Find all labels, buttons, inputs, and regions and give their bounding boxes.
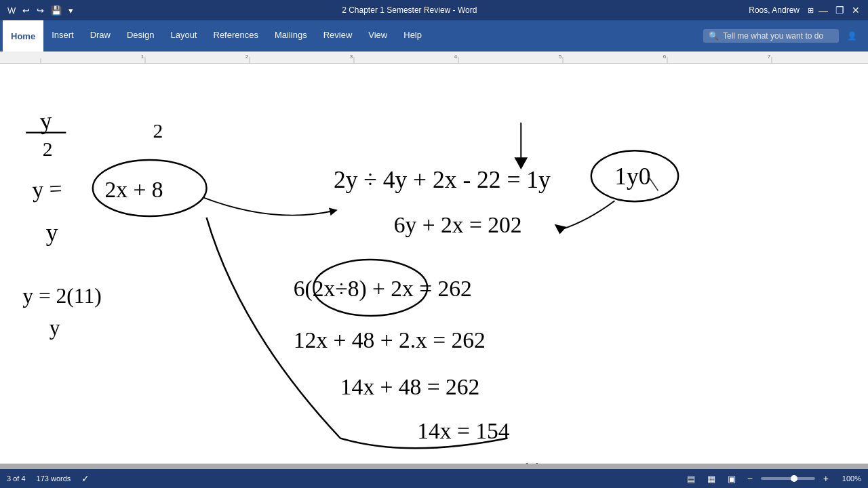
search-icon: 🔍 bbox=[709, 31, 719, 41]
svg-text:14x + 48 = 262: 14x + 48 = 262 bbox=[340, 374, 479, 399]
svg-text:y =: y = bbox=[31, 176, 62, 202]
svg-text:2: 2 bbox=[153, 120, 163, 142]
search-text: Tell me what you want to do bbox=[723, 31, 823, 41]
svg-text:1: 1 bbox=[141, 54, 144, 60]
restore-button[interactable]: ❐ bbox=[833, 3, 846, 17]
tab-view[interactable]: View bbox=[360, 20, 395, 52]
svg-text:5: 5 bbox=[559, 54, 562, 60]
tab-mailings[interactable]: Mailings bbox=[267, 20, 315, 52]
svg-text:6y + 2x = 202: 6y + 2x = 202 bbox=[394, 212, 522, 237]
user-icon: 👤 bbox=[847, 31, 857, 41]
svg-text:12x + 48 + 2.x = 262: 12x + 48 + 2.x = 262 bbox=[294, 327, 486, 352]
svg-text:2x + 8: 2x + 8 bbox=[105, 177, 163, 202]
statusbar: 3 of 4 173 words ✓ ▤ ▦ ▣ − + 100% bbox=[0, 469, 868, 488]
document-page[interactable]: y 2 2 y = 2x + 8 y y = 2(11) y 2y bbox=[0, 64, 868, 464]
titlebar-left: W ↩ ↪ 💾 ▾ bbox=[5, 4, 75, 17]
tab-design[interactable]: Design bbox=[119, 20, 162, 52]
tab-references[interactable]: References bbox=[205, 20, 267, 52]
svg-text:2: 2 bbox=[43, 138, 53, 160]
layout-icon: ⊞ bbox=[808, 6, 814, 15]
svg-rect-0 bbox=[0, 52, 868, 64]
ribbon: Home Insert Draw Design Layout Reference… bbox=[0, 20, 868, 52]
redo-icon[interactable]: ↪ bbox=[35, 4, 46, 17]
svg-text:2y ÷ 4y + 2x - 22 = 1y: 2y ÷ 4y + 2x - 22 = 1y bbox=[334, 166, 551, 193]
word-icon: W bbox=[5, 4, 18, 17]
user-name: Roos, Andrew bbox=[743, 3, 805, 17]
zoom-thumb bbox=[791, 475, 797, 482]
zoom-slider[interactable] bbox=[761, 477, 815, 480]
document-title: 2 Chapter 1 Semester Review - Word bbox=[75, 5, 743, 15]
web-layout-button[interactable]: ▣ bbox=[724, 471, 739, 486]
document-area: y 2 2 y = 2x + 8 y y = 2(11) y 2y bbox=[0, 64, 868, 469]
page-count: 3 of 4 bbox=[7, 474, 26, 483]
statusbar-right: ▤ ▦ ▣ − + 100% bbox=[684, 471, 861, 486]
svg-text:3: 3 bbox=[350, 54, 353, 60]
zoom-plus-button[interactable]: + bbox=[821, 473, 831, 484]
zoom-percent: 100% bbox=[837, 474, 861, 483]
minimize-button[interactable]: — bbox=[816, 3, 830, 17]
ruler: 1 2 3 4 5 6 7 bbox=[0, 52, 868, 64]
svg-text:y = 2(11): y = 2(11) bbox=[22, 284, 102, 308]
titlebar-controls: Roos, Andrew ⊞ — ❐ ✕ bbox=[743, 3, 863, 17]
svg-text:6(2x÷8) + 2x = 262: 6(2x÷8) + 2x = 262 bbox=[294, 276, 472, 302]
svg-text:4: 4 bbox=[454, 54, 458, 60]
titlebar: W ↩ ↪ 💾 ▾ 2 Chapter 1 Semester Review - … bbox=[0, 0, 868, 20]
user-account[interactable]: 👤 bbox=[839, 31, 865, 41]
svg-text:14x = 154: 14x = 154 bbox=[417, 418, 510, 443]
svg-text:y: y bbox=[46, 219, 58, 246]
undo-icon[interactable]: ↩ bbox=[20, 4, 32, 17]
tab-insert[interactable]: Insert bbox=[43, 20, 82, 52]
svg-text:2: 2 bbox=[245, 54, 249, 60]
svg-rect-16 bbox=[6, 64, 863, 464]
read-mode-button[interactable]: ▤ bbox=[684, 471, 698, 486]
tab-review[interactable]: Review bbox=[315, 20, 361, 52]
save-icon[interactable]: 💾 bbox=[49, 4, 64, 17]
tab-home[interactable]: Home bbox=[3, 20, 43, 52]
ruler-svg: 1 2 3 4 5 6 7 bbox=[0, 52, 868, 64]
zoom-minus-button[interactable]: − bbox=[745, 473, 755, 484]
word-count: 173 words bbox=[37, 474, 71, 483]
math-content: y 2 2 y = 2x + 8 y y = 2(11) y 2y bbox=[0, 64, 868, 464]
svg-text:y: y bbox=[39, 106, 53, 134]
search-box[interactable]: 🔍 Tell me what you want to do bbox=[703, 29, 839, 43]
svg-text:7: 7 bbox=[768, 54, 771, 60]
print-layout-button[interactable]: ▦ bbox=[704, 471, 719, 486]
svg-text:1y0: 1y0 bbox=[614, 163, 650, 190]
customize-icon[interactable]: ▾ bbox=[66, 4, 75, 17]
tab-layout[interactable]: Layout bbox=[162, 20, 205, 52]
svg-text:6: 6 bbox=[663, 54, 667, 60]
tab-help[interactable]: Help bbox=[395, 20, 430, 52]
svg-text:y: y bbox=[50, 316, 60, 340]
proofing-icon[interactable]: ✓ bbox=[81, 473, 90, 484]
close-button[interactable]: ✕ bbox=[849, 3, 863, 17]
tab-draw[interactable]: Draw bbox=[82, 20, 119, 52]
svg-text:x = 11: x = 11 bbox=[488, 458, 542, 464]
